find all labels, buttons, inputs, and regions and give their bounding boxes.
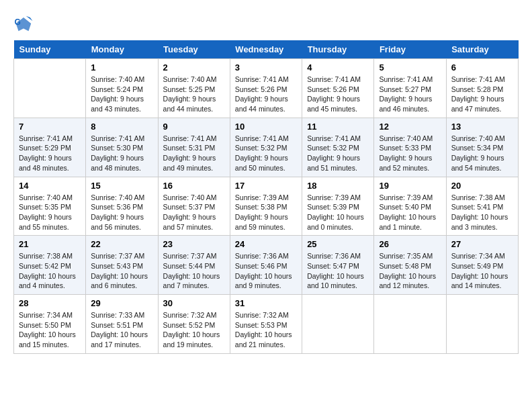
- day-number: 26: [379, 239, 441, 249]
- day-cell: 4Sunrise: 7:41 AMSunset: 5:26 PMDaylight…: [302, 59, 374, 118]
- day-cell: 29Sunrise: 7:33 AMSunset: 5:51 PMDayligh…: [86, 295, 158, 354]
- day-info: Sunrise: 7:32 AMSunset: 5:52 PMDaylight:…: [163, 310, 225, 350]
- day-cell: 15Sunrise: 7:40 AMSunset: 5:36 PMDayligh…: [86, 177, 158, 236]
- day-cell: 22Sunrise: 7:37 AMSunset: 5:43 PMDayligh…: [86, 236, 158, 295]
- day-cell: 13Sunrise: 7:40 AMSunset: 5:34 PMDayligh…: [446, 118, 518, 177]
- day-info: Sunrise: 7:41 AMSunset: 5:26 PMDaylight:…: [235, 75, 297, 114]
- calendar-header-row: SundayMondayTuesdayWednesdayThursdayFrid…: [14, 40, 519, 59]
- day-info: Sunrise: 7:41 AMSunset: 5:31 PMDaylight:…: [163, 134, 225, 173]
- day-info: Sunrise: 7:41 AMSunset: 5:28 PMDaylight:…: [451, 75, 513, 114]
- day-number: 2: [163, 62, 225, 73]
- day-info: Sunrise: 7:40 AMSunset: 5:24 PMDaylight:…: [91, 75, 152, 114]
- day-number: 7: [19, 122, 81, 132]
- day-number: 4: [307, 62, 369, 73]
- day-number: 17: [235, 181, 297, 191]
- day-number: 22: [91, 239, 152, 249]
- day-info: Sunrise: 7:33 AMSunset: 5:51 PMDaylight:…: [91, 310, 152, 350]
- day-info: Sunrise: 7:38 AMSunset: 5:42 PMDaylight:…: [19, 251, 81, 291]
- day-info: Sunrise: 7:37 AMSunset: 5:43 PMDaylight:…: [91, 251, 152, 291]
- logo-icon: G: [13, 13, 34, 34]
- day-info: Sunrise: 7:41 AMSunset: 5:32 PMDaylight:…: [235, 134, 297, 173]
- day-number: 16: [163, 181, 225, 191]
- day-number: 27: [451, 239, 513, 249]
- day-cell: 9Sunrise: 7:41 AMSunset: 5:31 PMDaylight…: [158, 118, 230, 177]
- week-row-5: 28Sunrise: 7:34 AMSunset: 5:50 PMDayligh…: [14, 295, 519, 354]
- day-number: 10: [235, 122, 297, 132]
- day-number: 5: [379, 62, 441, 73]
- day-cell: 18Sunrise: 7:39 AMSunset: 5:39 PMDayligh…: [302, 177, 374, 236]
- day-info: Sunrise: 7:40 AMSunset: 5:37 PMDaylight:…: [163, 193, 225, 232]
- day-cell: 12Sunrise: 7:40 AMSunset: 5:33 PMDayligh…: [374, 118, 446, 177]
- day-number: 21: [19, 239, 81, 249]
- day-cell: 26Sunrise: 7:35 AMSunset: 5:48 PMDayligh…: [374, 236, 446, 295]
- day-info: Sunrise: 7:39 AMSunset: 5:40 PMDaylight:…: [379, 193, 441, 232]
- day-number: 18: [307, 181, 369, 191]
- day-cell: 8Sunrise: 7:41 AMSunset: 5:30 PMDaylight…: [86, 118, 158, 177]
- day-cell: 27Sunrise: 7:34 AMSunset: 5:49 PMDayligh…: [446, 236, 518, 295]
- day-info: Sunrise: 7:41 AMSunset: 5:27 PMDaylight:…: [379, 75, 441, 114]
- day-info: Sunrise: 7:39 AMSunset: 5:38 PMDaylight:…: [235, 193, 297, 232]
- day-info: Sunrise: 7:41 AMSunset: 5:29 PMDaylight:…: [19, 134, 81, 173]
- day-cell: 31Sunrise: 7:32 AMSunset: 5:53 PMDayligh…: [230, 295, 302, 354]
- day-info: Sunrise: 7:34 AMSunset: 5:49 PMDaylight:…: [451, 251, 513, 291]
- day-cell: 17Sunrise: 7:39 AMSunset: 5:38 PMDayligh…: [230, 177, 302, 236]
- day-number: 14: [19, 181, 81, 191]
- day-cell: 1Sunrise: 7:40 AMSunset: 5:24 PMDaylight…: [86, 59, 158, 118]
- day-info: Sunrise: 7:37 AMSunset: 5:44 PMDaylight:…: [163, 251, 225, 291]
- day-number: 29: [91, 298, 152, 308]
- day-cell: 10Sunrise: 7:41 AMSunset: 5:32 PMDayligh…: [230, 118, 302, 177]
- day-number: 12: [379, 122, 441, 132]
- day-cell: 24Sunrise: 7:36 AMSunset: 5:46 PMDayligh…: [230, 236, 302, 295]
- day-cell: 23Sunrise: 7:37 AMSunset: 5:44 PMDayligh…: [158, 236, 230, 295]
- day-cell: 20Sunrise: 7:38 AMSunset: 5:41 PMDayligh…: [446, 177, 518, 236]
- day-cell: 3Sunrise: 7:41 AMSunset: 5:26 PMDaylight…: [230, 59, 302, 118]
- day-info: Sunrise: 7:41 AMSunset: 5:26 PMDaylight:…: [307, 75, 369, 114]
- day-cell: 28Sunrise: 7:34 AMSunset: 5:50 PMDayligh…: [14, 295, 86, 354]
- day-cell: 21Sunrise: 7:38 AMSunset: 5:42 PMDayligh…: [14, 236, 86, 295]
- day-number: 20: [451, 181, 513, 191]
- header-thursday: Thursday: [302, 40, 374, 59]
- day-cell: 25Sunrise: 7:36 AMSunset: 5:47 PMDayligh…: [302, 236, 374, 295]
- day-cell: 16Sunrise: 7:40 AMSunset: 5:37 PMDayligh…: [158, 177, 230, 236]
- header-wednesday: Wednesday: [230, 40, 302, 59]
- day-number: 11: [307, 122, 369, 132]
- day-info: Sunrise: 7:38 AMSunset: 5:41 PMDaylight:…: [451, 193, 513, 232]
- day-info: Sunrise: 7:40 AMSunset: 5:34 PMDaylight:…: [451, 134, 513, 173]
- calendar-table: SundayMondayTuesdayWednesdayThursdayFrid…: [13, 40, 519, 354]
- day-number: 1: [91, 62, 152, 73]
- day-info: Sunrise: 7:40 AMSunset: 5:36 PMDaylight:…: [91, 193, 152, 232]
- day-cell: 2Sunrise: 7:40 AMSunset: 5:25 PMDaylight…: [158, 59, 230, 118]
- day-number: 25: [307, 239, 369, 249]
- day-info: Sunrise: 7:40 AMSunset: 5:35 PMDaylight:…: [19, 193, 81, 232]
- page-header: G: [13, 13, 519, 34]
- day-number: 30: [163, 298, 225, 308]
- day-number: 8: [91, 122, 152, 132]
- day-info: Sunrise: 7:36 AMSunset: 5:47 PMDaylight:…: [307, 251, 369, 291]
- day-number: 19: [379, 181, 441, 191]
- day-cell: 11Sunrise: 7:41 AMSunset: 5:32 PMDayligh…: [302, 118, 374, 177]
- week-row-3: 14Sunrise: 7:40 AMSunset: 5:35 PMDayligh…: [14, 177, 519, 236]
- day-cell: 14Sunrise: 7:40 AMSunset: 5:35 PMDayligh…: [14, 177, 86, 236]
- day-info: Sunrise: 7:40 AMSunset: 5:33 PMDaylight:…: [379, 134, 441, 173]
- week-row-1: 1Sunrise: 7:40 AMSunset: 5:24 PMDaylight…: [14, 59, 519, 118]
- logo: G: [13, 13, 36, 34]
- day-number: 28: [19, 298, 81, 308]
- day-cell: [14, 59, 86, 118]
- day-info: Sunrise: 7:32 AMSunset: 5:53 PMDaylight:…: [235, 310, 297, 350]
- header-tuesday: Tuesday: [158, 40, 230, 59]
- header-friday: Friday: [374, 40, 446, 59]
- day-info: Sunrise: 7:41 AMSunset: 5:30 PMDaylight:…: [91, 134, 152, 173]
- day-cell: [302, 295, 374, 354]
- day-info: Sunrise: 7:41 AMSunset: 5:32 PMDaylight:…: [307, 134, 369, 173]
- day-number: 9: [163, 122, 225, 132]
- day-number: 13: [451, 122, 513, 132]
- day-cell: 30Sunrise: 7:32 AMSunset: 5:52 PMDayligh…: [158, 295, 230, 354]
- svg-marker-2: [26, 16, 33, 21]
- day-number: 24: [235, 239, 297, 249]
- header-sunday: Sunday: [14, 40, 86, 59]
- day-cell: [446, 295, 518, 354]
- day-cell: 19Sunrise: 7:39 AMSunset: 5:40 PMDayligh…: [374, 177, 446, 236]
- day-cell: 5Sunrise: 7:41 AMSunset: 5:27 PMDaylight…: [374, 59, 446, 118]
- day-number: 31: [235, 298, 297, 308]
- day-number: 3: [235, 62, 297, 73]
